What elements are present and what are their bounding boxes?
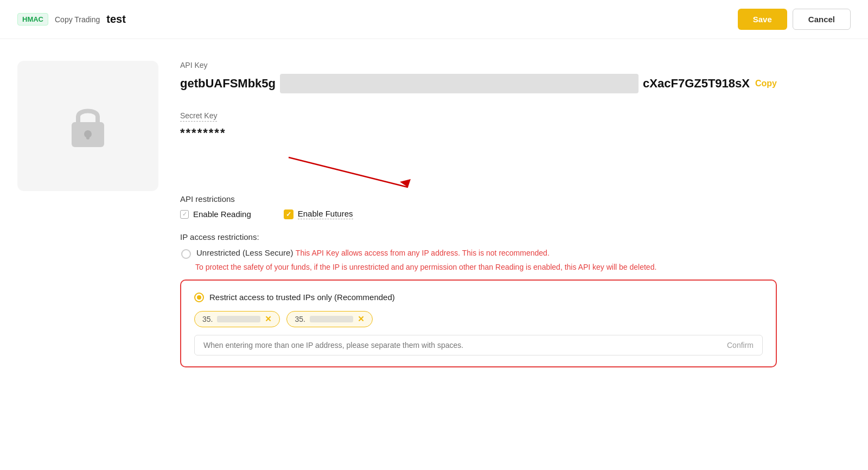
ip-tag-2-prefix: 35. bbox=[295, 315, 305, 323]
unrestricted-text-block: Unrestricted (Less Secure) This API Key … bbox=[196, 248, 550, 258]
header: HMAC Copy Trading test Save Cancel bbox=[0, 0, 868, 39]
ip-tag-1-remove[interactable]: ✕ bbox=[265, 314, 272, 324]
ip-tag-2-remove[interactable]: ✕ bbox=[358, 314, 365, 324]
recommended-row: Restrict access to trusted IPs only (Rec… bbox=[194, 291, 763, 302]
api-key-suffix: cXacF7GZ5T918sX bbox=[643, 77, 750, 91]
ip-tags-row: 35. ✕ 35. ✕ bbox=[194, 311, 763, 327]
page-title: test bbox=[106, 13, 126, 26]
api-key-label: API Key bbox=[180, 61, 777, 69]
warning-block-text: To protect the safety of your funds, if … bbox=[195, 263, 656, 271]
enable-futures-item: ✓ Enable Futures bbox=[284, 209, 353, 219]
enable-reading-checkbox[interactable]: ✓ bbox=[180, 210, 189, 219]
main-content: API Key getbUAFSMbk5g cXacF7GZ5T918sX Co… bbox=[0, 39, 868, 400]
ip-tag-2: 35. ✕ bbox=[286, 311, 372, 327]
cancel-button[interactable]: Cancel bbox=[793, 9, 851, 30]
recommended-radio[interactable] bbox=[194, 293, 204, 302]
badge-copy-trading: Copy Trading bbox=[55, 15, 100, 24]
copy-button[interactable]: Copy bbox=[755, 79, 777, 88]
ip-tag-1-prefix: 35. bbox=[202, 315, 213, 323]
lock-icon bbox=[66, 101, 110, 150]
api-restrictions-section: API restrictions ✓ Enable Reading ✓ Enab… bbox=[180, 194, 777, 219]
lock-panel bbox=[17, 61, 158, 191]
enable-reading-item: ✓ Enable Reading bbox=[180, 209, 251, 219]
ip-input-row: Confirm bbox=[194, 335, 763, 355]
secret-key-value: ******** bbox=[180, 126, 777, 140]
save-button[interactable]: Save bbox=[738, 9, 787, 30]
arrow-svg bbox=[278, 152, 430, 195]
recommended-label: Restrict access to trusted IPs only (Rec… bbox=[209, 293, 395, 302]
confirm-button[interactable]: Confirm bbox=[727, 341, 754, 350]
arrow-annotation bbox=[180, 157, 777, 190]
warning-block: To protect the safety of your funds, if … bbox=[195, 262, 777, 272]
unrestricted-label: Unrestricted (Less Secure) bbox=[196, 248, 293, 257]
enable-futures-label: Enable Futures bbox=[298, 209, 353, 219]
ip-restrictions-section: IP access restrictions: Unrestricted (Le… bbox=[180, 232, 777, 367]
check-mark: ✓ bbox=[182, 211, 187, 218]
unrestricted-option-row: Unrestricted (Less Secure) This API Key … bbox=[180, 248, 777, 259]
svg-rect-2 bbox=[86, 134, 90, 139]
secret-key-section: Secret Key ******** bbox=[180, 111, 777, 140]
ip-tag-1-blur bbox=[217, 316, 260, 322]
ip-tag-2-blur bbox=[310, 316, 353, 322]
badge-hmac: HMAC bbox=[17, 13, 48, 26]
ip-address-input[interactable] bbox=[203, 341, 727, 350]
content-area: API Key getbUAFSMbk5g cXacF7GZ5T918sX Co… bbox=[180, 61, 777, 378]
secret-key-label: Secret Key bbox=[180, 111, 217, 122]
api-key-prefix: getbUAFSMbk5g bbox=[180, 77, 276, 91]
svg-line-3 bbox=[289, 157, 408, 187]
api-key-blur bbox=[280, 74, 639, 93]
api-key-row: getbUAFSMbk5g cXacF7GZ5T918sX Copy bbox=[180, 74, 777, 93]
warning-inline: This API Key allows access from any IP a… bbox=[296, 249, 550, 257]
unrestricted-radio[interactable] bbox=[181, 249, 191, 259]
header-actions: Save Cancel bbox=[738, 9, 851, 30]
recommended-box: Restrict access to trusted IPs only (Rec… bbox=[180, 280, 777, 367]
enable-reading-label: Enable Reading bbox=[193, 209, 251, 219]
check-mark-yellow: ✓ bbox=[286, 211, 291, 218]
ip-tag-1: 35. ✕ bbox=[194, 311, 280, 327]
lock-svg-icon bbox=[66, 101, 110, 150]
enable-futures-checkbox[interactable]: ✓ bbox=[284, 209, 293, 219]
checkboxes-row: ✓ Enable Reading ✓ Enable Futures bbox=[180, 209, 777, 219]
api-restrictions-title: API restrictions bbox=[180, 194, 777, 204]
ip-restrictions-title: IP access restrictions: bbox=[180, 232, 777, 242]
